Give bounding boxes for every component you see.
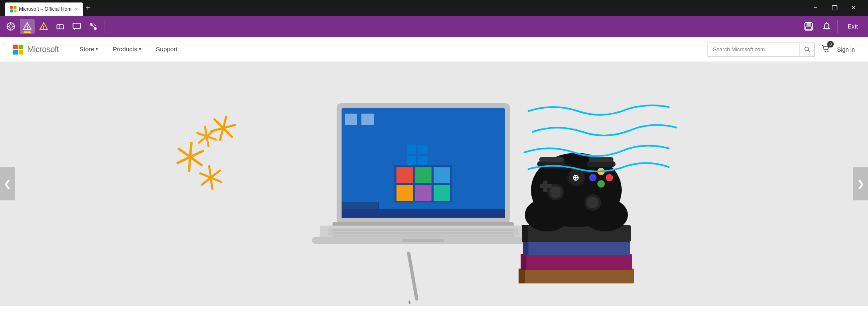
svg-rect-54: [407, 145, 416, 154]
svg-rect-64: [434, 185, 450, 201]
microsoft-logo[interactable]: Microsoft: [13, 45, 59, 55]
svg-point-12: [27, 28, 28, 29]
svg-rect-60: [415, 167, 432, 183]
nav-links: Store ▾ Products ▾ Support: [72, 37, 185, 62]
svg-rect-55: [418, 145, 427, 154]
svg-rect-74: [408, 300, 410, 304]
svg-rect-0: [10, 6, 13, 9]
search-box: [708, 43, 815, 57]
toolbar-separator-right: [837, 20, 838, 33]
svg-point-90: [550, 186, 561, 198]
ms-favicon-icon: [10, 6, 17, 12]
svg-rect-50: [342, 209, 505, 218]
svg-rect-26: [806, 27, 811, 29]
svg-rect-56: [407, 156, 416, 165]
svg-point-29: [805, 47, 809, 51]
cart-count: 0: [827, 41, 834, 48]
orange-stars-annotation: [174, 116, 256, 198]
svg-rect-68: [333, 229, 514, 231]
navbar: Microsoft Store ▾ Products ▾ Support: [0, 37, 868, 62]
svg-line-20: [90, 24, 96, 29]
svg-rect-73: [407, 252, 419, 301]
svg-rect-79: [523, 240, 630, 255]
tab-title: Microsoft – Official Hom: [19, 6, 71, 12]
cart-icon-wrap: 0: [821, 44, 830, 55]
svg-rect-82: [522, 225, 528, 242]
comment-icon[interactable]: [69, 19, 84, 34]
toolbar-separator: [104, 20, 104, 33]
nav-store[interactable]: Store ▾: [72, 37, 106, 62]
maximize-button[interactable]: ❐: [825, 0, 844, 16]
svg-line-35: [211, 119, 235, 137]
products-chevron-down-icon: ▾: [139, 47, 141, 51]
svg-rect-18: [73, 23, 80, 29]
hero-right-arrow-icon: ❯: [857, 178, 864, 189]
logo-green: [19, 45, 23, 49]
pen-filter-icon[interactable]: [20, 19, 35, 34]
logo-red: [13, 45, 18, 49]
svg-rect-75: [519, 269, 634, 283]
search-input[interactable]: [708, 43, 800, 56]
svg-point-95: [597, 180, 605, 188]
hero-content: ⊕: [0, 62, 868, 306]
nav-support-label: Support: [156, 45, 178, 52]
tab-close-button[interactable]: ×: [75, 6, 78, 12]
signin-button[interactable]: Sign in: [837, 46, 855, 53]
overview-icon[interactable]: [3, 19, 18, 34]
svg-point-5: [9, 25, 12, 28]
svg-point-31: [825, 51, 826, 52]
svg-point-32: [828, 51, 829, 52]
svg-rect-77: [521, 254, 632, 270]
hero-next-button[interactable]: ❯: [853, 167, 868, 200]
svg-rect-61: [434, 167, 450, 183]
svg-rect-70: [333, 235, 514, 237]
svg-rect-2: [10, 10, 13, 12]
svg-rect-1: [14, 6, 17, 9]
svg-rect-52: [361, 114, 374, 125]
svg-rect-3: [14, 10, 17, 12]
svg-point-84: [525, 198, 570, 231]
svg-line-30: [808, 50, 810, 52]
svg-rect-80: [523, 240, 528, 255]
svg-line-23: [94, 24, 96, 26]
nav-store-label: Store: [80, 45, 94, 52]
hero-prev-button[interactable]: ❮: [0, 167, 15, 200]
window-controls: − ❐ ×: [806, 0, 863, 16]
svg-rect-51: [345, 114, 357, 125]
titlebar: Microsoft – Official Hom × + − ❐ ×: [0, 0, 868, 16]
svg-rect-59: [396, 167, 413, 183]
browser-tab[interactable]: Microsoft – Official Hom ×: [5, 2, 83, 16]
magic-settings-icon[interactable]: [86, 19, 101, 34]
search-button[interactable]: [800, 43, 814, 56]
svg-rect-76: [519, 269, 525, 283]
search-icon: [804, 46, 811, 53]
annotation-toolbar: Exit: [0, 16, 868, 37]
cart-button[interactable]: 0: [821, 44, 830, 55]
exit-button[interactable]: Exit: [841, 21, 865, 31]
svg-rect-63: [415, 185, 432, 201]
svg-rect-16: [57, 25, 64, 29]
nav-support[interactable]: Support: [149, 37, 185, 62]
svg-rect-78: [521, 254, 526, 270]
nav-products[interactable]: Products ▾: [105, 37, 148, 62]
blue-squiggles-annotation: [520, 99, 677, 181]
save-icon[interactable]: [801, 19, 816, 34]
logo-blue: [13, 50, 18, 55]
svg-rect-67: [328, 228, 518, 236]
minimize-button[interactable]: −: [806, 0, 825, 16]
store-chevron-down-icon: ▾: [96, 47, 98, 51]
svg-rect-69: [333, 232, 514, 234]
new-tab-button[interactable]: +: [85, 4, 90, 12]
close-button[interactable]: ×: [844, 0, 863, 16]
eraser-icon[interactable]: [53, 19, 68, 34]
svg-point-92: [587, 197, 599, 208]
nav-right: 0 Sign in: [708, 43, 855, 57]
svg-point-15: [43, 28, 44, 29]
highlighter-icon[interactable]: [36, 19, 51, 34]
hero-section: ❮: [0, 62, 868, 306]
nav-products-label: Products: [113, 45, 137, 52]
notifications-icon[interactable]: [819, 19, 834, 34]
laptop-illustration: [304, 91, 543, 306]
ms-logo-text: Microsoft: [27, 45, 59, 54]
logo-yellow: [19, 50, 23, 55]
